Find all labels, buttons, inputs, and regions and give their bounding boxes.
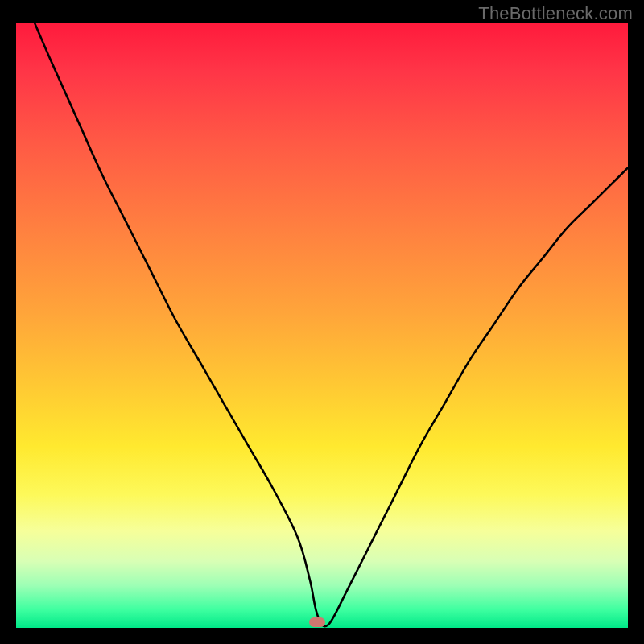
watermark-text: TheBottleneck.com xyxy=(478,3,633,24)
chart-frame: TheBottleneck.com xyxy=(0,0,644,644)
optimal-marker xyxy=(309,617,325,627)
plot-area xyxy=(16,23,628,628)
bottleneck-curve xyxy=(16,23,628,628)
